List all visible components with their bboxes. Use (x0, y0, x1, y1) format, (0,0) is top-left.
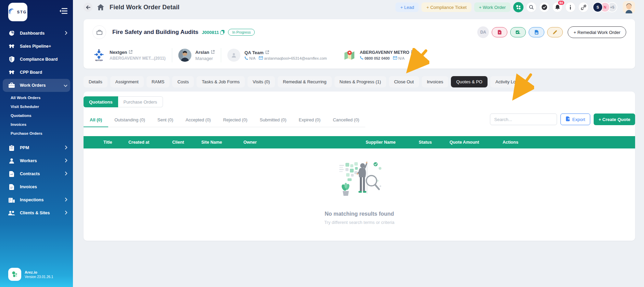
owner-avatar[interactable]: DA (477, 26, 489, 38)
tab-visits[interactable]: Visits (0) (248, 76, 275, 87)
filter-accepted[interactable]: Accepted (0) (179, 114, 217, 127)
column-header[interactable]: Site Name (201, 140, 243, 145)
tasks-check-icon[interactable] (539, 2, 550, 12)
sidebar-item-label: Invoices (20, 184, 67, 189)
profile-avatar[interactable] (623, 1, 635, 13)
toggle-quotations[interactable]: Quotations (84, 96, 118, 107)
sidebar-item-workers[interactable]: Workers (0, 154, 73, 167)
filter-all[interactable]: All (0) (84, 114, 108, 127)
team-entity: QA Team N/A arslanmaqbool+65314@earnflex… (227, 49, 327, 62)
tab-close-out[interactable]: Close Out (389, 76, 419, 87)
tab-activity-logs[interactable]: Activity Logs (490, 76, 526, 87)
remedial-work-order-button[interactable]: + Remedial Work Order (568, 26, 626, 38)
team-email[interactable]: arslanmaqbool+65314@earnflex.com (264, 56, 327, 60)
phone-icon (244, 56, 248, 61)
manager-name[interactable]: Arslan (195, 50, 209, 55)
sidebar-subitem-quotations[interactable]: Quotations (0, 111, 73, 120)
apps-menu-icon[interactable] (513, 2, 523, 12)
tab-remedial-recurring[interactable]: Remedial & Recurring (278, 76, 331, 87)
chevron-right-icon (65, 145, 67, 151)
sidebar-item-invoices[interactable]: Invoices (0, 180, 73, 193)
column-header[interactable]: Created at (128, 140, 172, 145)
home-icon[interactable] (97, 4, 104, 10)
external-link-icon[interactable] (265, 50, 269, 55)
tab-quotes-po[interactable]: Quotes & PO (451, 76, 488, 87)
sidebar-item-contracts[interactable]: Contracts (0, 167, 73, 180)
report-pdf-button[interactable] (492, 27, 507, 37)
approve-document-button[interactable] (510, 27, 526, 37)
sidebar-subitem-all-work-orders[interactable]: All Work Orders (0, 93, 73, 102)
search-input[interactable] (490, 113, 557, 125)
topbar: Field Work Order Detail + Lead + Complia… (84, 1, 635, 14)
export-button[interactable]: Export (560, 113, 591, 125)
copy-icon[interactable] (220, 30, 225, 35)
column-header[interactable]: Quote Amount (450, 140, 503, 145)
external-link-icon[interactable] (211, 50, 215, 55)
sidebar-item-work-orders[interactable]: Work Orders (3, 79, 70, 92)
filter-cancelled[interactable]: Cancelled (0) (327, 114, 365, 127)
sidebar-item-label: Sales Pipeline+ (20, 44, 67, 49)
create-quote-button[interactable]: + Create Quote (594, 113, 635, 125)
site-name[interactable]: ABERGAVENNY METRO (360, 50, 409, 55)
divider (172, 48, 172, 62)
empty-state-title: No matching results found (325, 211, 394, 217)
column-header[interactable]: Actions (503, 140, 635, 145)
filter-rejected[interactable]: Rejected (0) (217, 114, 254, 127)
sidebar-subitem-invoices[interactable]: Invoices (0, 120, 73, 129)
team-phone: N/A (249, 56, 255, 60)
contract-icon (8, 171, 15, 177)
toggle-purchase-orders[interactable]: Purchase Orders (118, 96, 163, 107)
tab-rams[interactable]: RAMS (147, 76, 170, 87)
edit-pencil-button[interactable] (547, 27, 563, 37)
external-link-icon[interactable] (411, 50, 415, 55)
add-work-order-button[interactable]: + Work Order (474, 2, 510, 12)
filter-sent[interactable]: Sent (0) (151, 114, 179, 127)
tab-tasks-job-forms[interactable]: Tasks & Job Forms (197, 76, 245, 87)
column-header[interactable]: Client (172, 140, 201, 145)
notifications-bell-icon[interactable]: 84 (552, 2, 563, 12)
png-file-button[interactable] (529, 27, 544, 37)
empty-state: No matching results found Try different … (84, 159, 635, 225)
filter-submitted[interactable]: Submitted (0) (254, 114, 293, 127)
manager-role: Manager (195, 56, 215, 61)
collapse-sidebar-icon[interactable] (59, 8, 67, 16)
quotes-table-header: Title Created at Client Site Name Owner … (84, 136, 635, 148)
search-icon[interactable] (526, 2, 536, 12)
sidebar-item-ppm[interactable]: PPM (0, 141, 73, 154)
stg-logo[interactable]: STG (8, 3, 27, 21)
add-lead-button[interactable]: + Lead (395, 2, 419, 12)
back-button[interactable] (84, 3, 92, 12)
sidebar-subitem-visit-scheduler[interactable]: Visit Scheduler (0, 102, 73, 111)
add-compliance-ticket-button[interactable]: + Compliance Ticket (421, 2, 471, 12)
sidebar: STG Dashboards Sales Pipeline+ Complianc… (0, 0, 73, 287)
notification-badge: 84 (558, 1, 564, 5)
chevron-right-icon (65, 30, 67, 36)
filter-expired[interactable]: Expired (0) (293, 114, 327, 127)
sidebar-item-inspections[interactable]: Inspections (0, 193, 73, 206)
sidebar-item-dashboards[interactable]: Dashboards (0, 27, 73, 40)
tab-assignment[interactable]: Assignment (110, 76, 144, 87)
arez-logo-icon (8, 268, 21, 281)
column-header[interactable]: Title (103, 140, 128, 145)
empty-state-subtitle: Try different search terms or criteria (324, 220, 394, 225)
sidebar-item-sales-pipeline[interactable]: Sales Pipeline+ (0, 40, 73, 53)
column-header[interactable]: Owner (243, 140, 366, 145)
avatar-stack[interactable]: S N +5 (593, 2, 617, 12)
column-header[interactable]: Supplier Name (366, 140, 419, 145)
external-link-icon[interactable] (129, 50, 132, 55)
people-icon (8, 211, 15, 216)
tab-costs[interactable]: Costs (172, 76, 194, 87)
sidebar-item-clients-sites[interactable]: Clients & Sites (0, 206, 73, 219)
team-name[interactable]: QA Team (244, 50, 264, 55)
tab-invoices[interactable]: Invoices (422, 76, 449, 87)
column-header[interactable]: Status (419, 140, 450, 145)
sidebar-item-compliance-board[interactable]: Compliance Board (0, 53, 73, 66)
filter-outstanding[interactable]: Outstanding (0) (108, 114, 151, 127)
client-name[interactable]: Nextgen (110, 50, 127, 55)
tab-notes-progress[interactable]: Notes & Progress (1) (334, 76, 386, 87)
sidebar-item-cpp-board[interactable]: CPP Board (0, 66, 73, 79)
link-icon[interactable] (578, 2, 589, 12)
tab-details[interactable]: Details (84, 76, 108, 87)
sidebar-subitem-purchase-orders[interactable]: Purchase Orders (0, 129, 73, 138)
info-icon[interactable] (565, 2, 576, 12)
